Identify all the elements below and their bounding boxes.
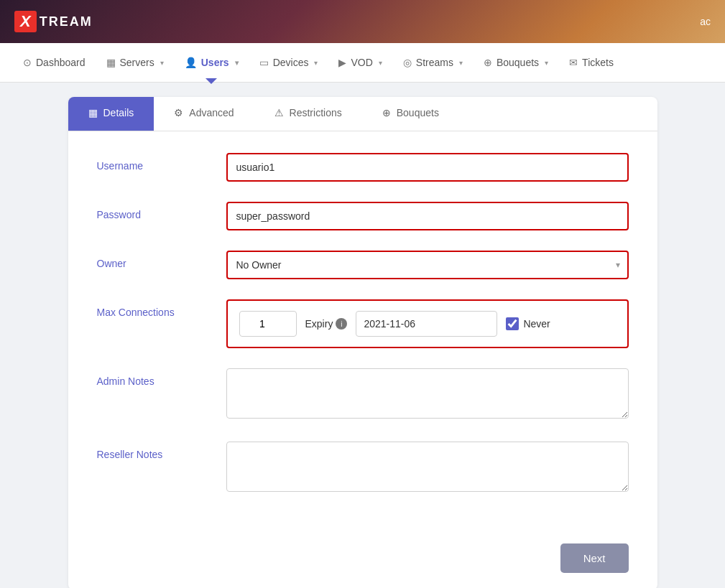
tab-advanced-label: Advanced — [189, 107, 234, 118]
logo-tream-text: TREAM — [40, 14, 93, 29]
owner-select-wrap: No Owner ▾ — [226, 251, 629, 279]
restrictions-tab-icon: ⚠ — [274, 107, 284, 118]
next-button[interactable]: Next — [560, 543, 629, 573]
streams-icon: ◎ — [403, 57, 412, 68]
nav-label-dashboard: Dashboard — [36, 57, 86, 68]
logo-x-icon: X — [14, 11, 37, 32]
advanced-tab-icon: ⚙ — [174, 107, 183, 118]
nav-item-dashboard[interactable]: ⊙ Dashboard — [14, 51, 94, 74]
servers-icon: ▦ — [106, 57, 116, 68]
never-wrap: Never — [506, 317, 550, 330]
nav-item-tickets[interactable]: ✉ Tickets — [560, 51, 622, 74]
vod-icon: ▶ — [338, 57, 346, 68]
max-connections-row: Max Connections Expiry i Never — [97, 299, 629, 348]
admin-notes-wrap — [226, 368, 629, 421]
bouquets-icon: ⊕ — [484, 57, 492, 68]
password-field-wrap — [226, 202, 629, 230]
logo: X TREAM — [14, 11, 93, 32]
nav-bar: ⊙ Dashboard ▦ Servers ▾ 👤 Users ▾ ▭ Devi… — [0, 43, 725, 83]
reseller-notes-row: Reseller Notes — [97, 442, 629, 495]
admin-label-black: Notes — [128, 375, 154, 387]
tab-bouquets-label: Bouquets — [397, 107, 439, 118]
reseller-label-black: Notes — [137, 449, 163, 460]
password-input[interactable] — [226, 202, 629, 230]
nav-item-streams[interactable]: ◎ Streams ▾ — [394, 51, 471, 74]
reseller-notes-label: Reseller Notes — [97, 442, 226, 460]
details-tab-icon: ▦ — [88, 107, 98, 118]
nav-item-users[interactable]: 👤 Users ▾ — [176, 51, 247, 74]
username-field-wrap — [226, 153, 629, 182]
users-dropdown-arrow — [206, 78, 217, 84]
never-label: Never — [523, 318, 550, 330]
max-label-blue: Max — [97, 307, 119, 318]
password-label: Password — [97, 202, 226, 220]
nav-label-tickets: Tickets — [582, 57, 614, 68]
top-banner: X TREAM ac — [0, 0, 725, 43]
max-connections-label: Max Connections — [97, 299, 226, 318]
nav-label-vod: VOD — [351, 57, 372, 68]
user-avatar: ac — [700, 16, 711, 27]
devices-icon: ▭ — [259, 57, 269, 68]
users-chevron-icon: ▾ — [235, 59, 239, 67]
username-label: Username — [97, 153, 226, 172]
owner-field-wrap: No Owner ▾ — [226, 251, 629, 279]
max-label-black: Connections — [119, 307, 175, 318]
reseller-notes-wrap — [226, 442, 629, 495]
users-icon: 👤 — [185, 57, 197, 68]
form-body: Username Password Owner No Owner — [68, 131, 657, 536]
devices-chevron-icon: ▾ — [314, 59, 318, 67]
admin-notes-textarea[interactable] — [226, 368, 629, 419]
nav-label-devices: Devices — [273, 57, 309, 68]
bouquets-chevron-icon: ▾ — [545, 59, 548, 67]
tabs-bar: ▦ Details ⚙ Advanced ⚠ Restrictions ⊕ Bo… — [68, 97, 657, 131]
tab-restrictions[interactable]: ⚠ Restrictions — [254, 97, 362, 131]
admin-notes-label: Admin Notes — [97, 368, 226, 387]
owner-label: Owner — [97, 251, 226, 269]
tickets-icon: ✉ — [569, 57, 578, 68]
vod-chevron-icon: ▾ — [379, 59, 382, 67]
expiry-info-icon[interactable]: i — [336, 318, 347, 330]
tab-restrictions-label: Restrictions — [290, 107, 342, 118]
owner-row: Owner No Owner ▾ — [97, 251, 629, 279]
connections-field-wrap: Expiry i Never — [226, 299, 629, 348]
nav-item-servers[interactable]: ▦ Servers ▾ — [98, 51, 172, 74]
nav-label-servers: Servers — [120, 57, 154, 68]
username-row: Username — [97, 153, 629, 182]
form-footer: Next — [68, 536, 657, 588]
connections-wrap: Expiry i Never — [226, 299, 629, 348]
tab-details-label: Details — [103, 107, 134, 118]
connections-input[interactable] — [239, 311, 297, 337]
bouquets-tab-icon: ⊕ — [382, 107, 391, 118]
admin-label-blue: Admin — [97, 375, 129, 387]
reseller-notes-textarea[interactable] — [226, 442, 629, 492]
nav-item-bouquets[interactable]: ⊕ Bouquets ▾ — [475, 51, 557, 74]
content-card: ▦ Details ⚙ Advanced ⚠ Restrictions ⊕ Bo… — [68, 97, 657, 588]
reseller-label-blue: Reseller — [97, 449, 137, 460]
nav-label-streams: Streams — [416, 57, 453, 68]
streams-chevron-icon: ▾ — [459, 59, 463, 67]
dashboard-icon: ⊙ — [23, 57, 32, 68]
nav-label-bouquets: Bouquets — [497, 57, 539, 68]
nav-item-vod[interactable]: ▶ VOD ▾ — [330, 51, 390, 74]
nav-item-devices[interactable]: ▭ Devices ▾ — [251, 51, 327, 74]
owner-select[interactable]: No Owner — [226, 251, 629, 279]
password-row: Password — [97, 202, 629, 230]
admin-notes-row: Admin Notes — [97, 368, 629, 421]
tab-advanced[interactable]: ⚙ Advanced — [154, 97, 254, 131]
expiry-text: Expiry — [305, 318, 333, 330]
nav-label-users: Users — [201, 57, 229, 68]
expiry-date-input[interactable] — [356, 311, 497, 337]
page-body: ▦ Details ⚙ Advanced ⚠ Restrictions ⊕ Bo… — [0, 83, 725, 588]
expiry-label: Expiry i — [305, 318, 348, 330]
never-checkbox[interactable] — [506, 317, 519, 330]
tab-details[interactable]: ▦ Details — [68, 97, 154, 131]
tab-bouquets[interactable]: ⊕ Bouquets — [362, 97, 459, 131]
username-input[interactable] — [226, 153, 629, 182]
servers-chevron-icon: ▾ — [160, 59, 164, 67]
